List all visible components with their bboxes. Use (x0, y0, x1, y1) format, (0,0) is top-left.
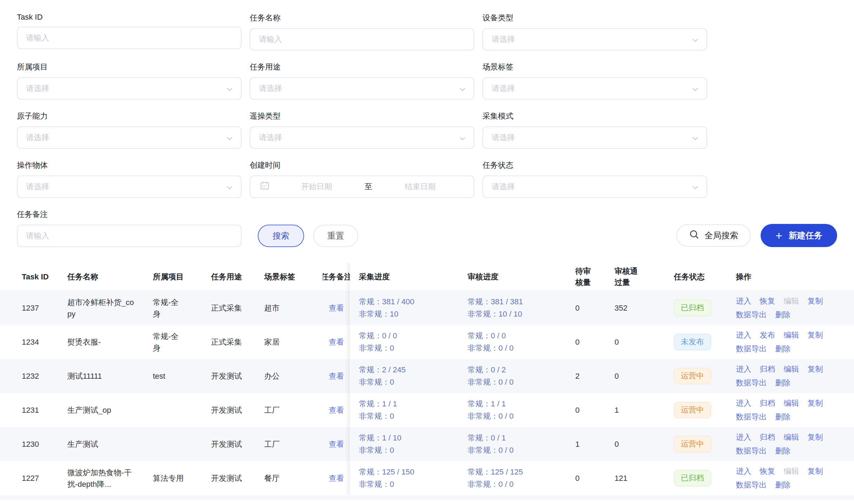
device-type-select[interactable]: 请选择 (482, 28, 707, 51)
cell-purpose: 开发测试 (211, 359, 264, 393)
op-link[interactable]: 数据导出 (736, 376, 767, 390)
op-link[interactable]: 编辑 (783, 465, 799, 478)
teleop-type-select[interactable]: 请选择 (250, 126, 474, 149)
scene-tag-label: 场景标签 (482, 62, 707, 72)
teleop-type-field: 遥操类型 请选择 (250, 111, 474, 149)
op-link[interactable]: 编辑 (783, 397, 799, 410)
cell-actions: 进入 归档 编辑 复制 数据导出 删除 (736, 393, 853, 427)
op-link[interactable]: 发布 (760, 329, 775, 342)
op-link[interactable]: 进入 (736, 363, 751, 376)
op-link[interactable]: 归档 (760, 431, 775, 444)
op-link[interactable]: 归档 (760, 397, 775, 410)
cell-review-progress: 常规：1 / 1非常规：0 / 0 (468, 393, 576, 427)
op-link[interactable]: 数据导出 (736, 342, 767, 356)
header-pending-review: 待审核量 (575, 263, 615, 291)
op-link[interactable]: 编辑 (783, 431, 799, 444)
create-time-range[interactable]: 开始日期 至 结束日期 (250, 175, 474, 198)
task-name-input[interactable] (250, 28, 474, 51)
cell-review-passed: 121 (615, 461, 674, 495)
view-remark-link[interactable]: 查看 (329, 303, 344, 313)
global-search-button[interactable]: 全局搜索 (676, 224, 751, 247)
view-remark-link[interactable]: 查看 (329, 337, 344, 347)
op-link[interactable]: 进入 (736, 294, 751, 308)
atomic-ability-select[interactable]: 请选择 (17, 126, 242, 149)
cell-actions: 进入 发布 编辑 复制 数据导出 删除 (736, 325, 853, 359)
chevron-down-icon (458, 85, 467, 95)
op-link[interactable]: 数据导出 (736, 410, 767, 424)
operation-object-label: 操作物体 (17, 160, 242, 171)
new-task-button[interactable]: + 新建任务 (761, 224, 837, 247)
status-badge: 已归档 (674, 300, 711, 316)
op-link[interactable]: 复制 (807, 294, 823, 308)
cell-review-progress: 常规：0 / 0非常规：0 / 0 (468, 325, 576, 359)
cell-review-progress: 常规：0 / 2非常规：0 / 0 (468, 359, 576, 393)
cell-task-id: 1230 (22, 427, 67, 461)
op-link[interactable]: 编辑 (783, 363, 799, 376)
op-link[interactable]: 删除 (775, 444, 790, 458)
op-link[interactable]: 删除 (775, 410, 790, 424)
op-link[interactable]: 恢复 (760, 465, 775, 478)
cell-purpose: 正式采集 (211, 325, 264, 359)
op-link[interactable]: 进入 (736, 329, 751, 342)
cell-scene: 工厂 (264, 393, 323, 427)
cell-actions: 进入 归档 编辑 复制 数据导出 删除 (736, 359, 853, 393)
create-time-label: 创建时间 (250, 160, 474, 171)
end-date-input[interactable]: 结束日期 (374, 181, 467, 192)
op-link[interactable]: 编辑 (783, 329, 799, 342)
op-link[interactable]: 恢复 (760, 294, 775, 308)
operation-object-select[interactable]: 请选择 (17, 175, 242, 198)
op-link[interactable]: 复制 (807, 329, 823, 342)
cell-pending-review: 0 (575, 393, 615, 427)
op-link[interactable]: 数据导出 (736, 444, 767, 458)
task-remark-input[interactable] (17, 225, 242, 247)
scene-tag-select[interactable]: 请选择 (482, 77, 707, 100)
view-remark-link[interactable]: 查看 (329, 371, 344, 382)
teleop-type-label: 遥操类型 (250, 111, 474, 121)
project-field: 所属项目 请选择 (17, 62, 242, 100)
op-link[interactable]: 删除 (775, 308, 790, 322)
cell-task-name: 生产测试 (67, 427, 153, 461)
task-id-label: Task ID (17, 13, 242, 22)
op-link[interactable]: 归档 (760, 363, 775, 376)
task-status-select[interactable]: 请选择 (482, 175, 707, 198)
collect-mode-field: 采集模式 请选择 (482, 111, 707, 149)
start-date-input[interactable]: 开始日期 (270, 181, 363, 192)
op-link[interactable]: 删除 (775, 376, 790, 390)
task-id-field: Task ID (17, 13, 242, 51)
cell-pending-review: 0 (575, 291, 615, 325)
project-select[interactable]: 请选择 (17, 77, 242, 100)
cell-scene: 工厂 (264, 427, 323, 461)
task-id-input[interactable] (17, 27, 242, 49)
cell-task-name: 生产测试_op (67, 393, 153, 427)
view-remark-link[interactable]: 查看 (329, 473, 344, 484)
op-link[interactable]: 数据导出 (736, 308, 767, 322)
op-link[interactable]: 进入 (736, 465, 751, 478)
cell-project (153, 393, 211, 427)
status-badge: 已归档 (674, 470, 711, 486)
op-link[interactable]: 删除 (775, 478, 790, 492)
cell-project (153, 427, 211, 461)
cell-task-id: 1237 (22, 291, 67, 325)
op-link[interactable]: 数据导出 (736, 478, 767, 492)
header-collect-progress: 采集进度 (359, 263, 468, 291)
op-link[interactable]: 进入 (736, 431, 751, 444)
cell-task-id: 1227 (22, 461, 67, 495)
task-purpose-label: 任务用途 (250, 62, 474, 72)
cell-actions: 进入 恢复 编辑 复制 数据导出 删除 (736, 291, 853, 325)
search-button[interactable]: 搜索 (258, 225, 304, 247)
task-purpose-select[interactable]: 请选择 (250, 77, 474, 100)
reset-button[interactable]: 重置 (313, 225, 358, 247)
op-link[interactable]: 编辑 (783, 294, 799, 308)
op-link[interactable]: 复制 (807, 397, 823, 410)
chevron-down-icon (691, 183, 699, 194)
op-link[interactable]: 进入 (736, 397, 751, 410)
view-remark-link[interactable]: 查看 (329, 405, 344, 416)
header-purpose: 任务用途 (211, 263, 264, 291)
op-link[interactable]: 复制 (807, 363, 823, 376)
op-link[interactable]: 复制 (807, 465, 823, 478)
op-link[interactable]: 删除 (775, 342, 790, 356)
collect-mode-select[interactable]: 请选择 (482, 126, 707, 149)
view-remark-link[interactable]: 查看 (329, 439, 344, 450)
op-link[interactable]: 复制 (807, 431, 823, 444)
chevron-down-icon (225, 85, 234, 95)
